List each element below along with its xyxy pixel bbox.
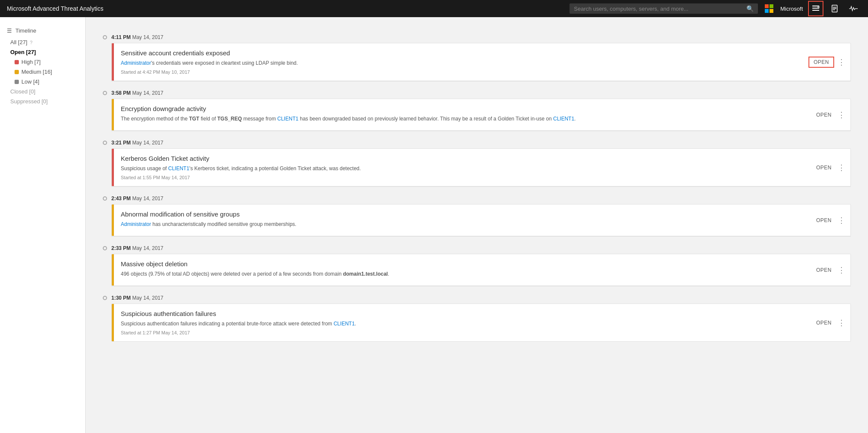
card-actions-5: OPEN ⋮ bbox=[808, 304, 850, 341]
card-actions-1: OPEN ⋮ bbox=[808, 99, 850, 130]
list-icon-button[interactable] bbox=[808, 1, 823, 16]
card-desc-4: 496 objects (9.75% of total AD objects) … bbox=[121, 270, 802, 278]
card-2: Kerberos Golden Ticket activity Suspicio… bbox=[111, 148, 851, 186]
svg-rect-6 bbox=[812, 10, 819, 11]
card-title-3: Abnormal modification of sensitive group… bbox=[121, 210, 802, 218]
card-link-client1-1b[interactable]: CLIENT1 bbox=[553, 116, 574, 122]
more-btn-1[interactable]: ⋮ bbox=[838, 111, 845, 119]
more-btn-5[interactable]: ⋮ bbox=[838, 319, 845, 327]
divider-3 bbox=[111, 236, 851, 237]
card-actions-2: OPEN ⋮ bbox=[808, 149, 850, 186]
sidebar-open-label: Open [27] bbox=[10, 49, 36, 55]
card-desc-0: Administrator's credentials were exposed… bbox=[121, 59, 796, 67]
search-icon: 🔍 bbox=[746, 5, 754, 12]
card-desc-3: Administrator has uncharacteristically m… bbox=[121, 220, 802, 228]
timeline: 4:11 PM May 14, 2017 Sensitive account c… bbox=[103, 17, 851, 350]
more-btn-0[interactable]: ⋮ bbox=[838, 58, 845, 66]
card-1: Encryption downgrade activity The encryp… bbox=[111, 99, 851, 131]
divider-0 bbox=[111, 81, 851, 81]
card-desc-5: Suspicious authentication failures indic… bbox=[121, 320, 802, 328]
more-btn-4[interactable]: ⋮ bbox=[838, 266, 845, 274]
sidebar-item-high[interactable]: High [7] bbox=[0, 57, 85, 67]
time-text-5: 1:30 PM May 14, 2017 bbox=[111, 295, 163, 301]
card-desc-2: Suspicious usage of CLIENT1's Kerberos t… bbox=[121, 165, 802, 172]
time-label-2: 3:21 PM May 14, 2017 bbox=[103, 140, 851, 146]
timeline-icon: ☰ bbox=[7, 27, 12, 34]
card-title-4: Massive object deletion bbox=[121, 260, 802, 268]
card-4: Massive object deletion 496 objects (9.7… bbox=[111, 254, 851, 286]
topnav-actions: Microsoft bbox=[765, 1, 861, 16]
open-btn-1[interactable]: OPEN bbox=[814, 111, 834, 119]
time-label-3: 2:43 PM May 14, 2017 bbox=[103, 195, 851, 201]
timeline-dot-5 bbox=[103, 296, 107, 300]
more-btn-2[interactable]: ⋮ bbox=[838, 164, 845, 171]
medium-dot bbox=[15, 70, 19, 74]
search-input[interactable] bbox=[574, 6, 743, 12]
divider-4 bbox=[111, 286, 851, 286]
card-desc-1: The encryption method of the TGT field o… bbox=[121, 115, 802, 123]
sidebar-item-suppressed[interactable]: Suppressed [0] bbox=[0, 96, 85, 106]
timeline-dot-4 bbox=[103, 246, 107, 250]
card-actions-4: OPEN ⋮ bbox=[808, 254, 850, 286]
card-title-0: Sensitive account credentials exposed bbox=[121, 49, 796, 57]
card-link-client1-1a[interactable]: CLIENT1 bbox=[277, 116, 298, 122]
time-label-0: 4:11 PM May 14, 2017 bbox=[103, 34, 851, 40]
card-actions-0: OPEN ⋮ bbox=[803, 43, 850, 81]
time-text-1: 3:58 PM May 14, 2017 bbox=[111, 90, 163, 96]
top-nav: Microsoft Advanced Threat Analytics 🔍 Mi… bbox=[0, 0, 868, 17]
timeline-dot-2 bbox=[103, 141, 107, 145]
svg-rect-10 bbox=[833, 8, 836, 9]
open-btn-3[interactable]: OPEN bbox=[814, 216, 834, 224]
sidebar-high-label: High [7] bbox=[21, 59, 41, 65]
high-dot bbox=[15, 60, 19, 64]
card-title-2: Kerberos Golden Ticket activity bbox=[121, 155, 802, 162]
sidebar: ☰ Timeline All [27] ? Open [27] High [7]… bbox=[0, 17, 86, 433]
time-label-4: 2:33 PM May 14, 2017 bbox=[103, 245, 851, 251]
open-btn-4[interactable]: OPEN bbox=[814, 266, 834, 274]
sidebar-item-all[interactable]: All [27] ? bbox=[0, 37, 85, 47]
card-started-5: Started at 1:27 PM May 14, 2017 bbox=[121, 330, 802, 335]
doc-icon-button[interactable] bbox=[827, 1, 842, 16]
card-started-2: Started at 1:55 PM May 14, 2017 bbox=[121, 175, 802, 180]
card-link-admin-3[interactable]: Administrator bbox=[121, 221, 151, 227]
svg-rect-0 bbox=[765, 4, 769, 8]
sidebar-closed-label: Closed [0] bbox=[10, 88, 36, 95]
card-5: Suspicious authentication failures Suspi… bbox=[111, 304, 851, 342]
time-text-2: 3:21 PM May 14, 2017 bbox=[111, 140, 163, 146]
sidebar-item-closed[interactable]: Closed [0] bbox=[0, 87, 85, 96]
sidebar-low-label: Low [4] bbox=[21, 78, 39, 85]
more-btn-3[interactable]: ⋮ bbox=[838, 216, 845, 224]
card-link-client1-2[interactable]: CLIENT1 bbox=[168, 165, 189, 171]
health-icon-button[interactable] bbox=[846, 1, 861, 16]
sidebar-title: Timeline bbox=[15, 27, 36, 34]
card-link-client1-5[interactable]: CLIENT1 bbox=[334, 321, 355, 327]
svg-rect-11 bbox=[833, 9, 835, 10]
open-btn-0[interactable]: OPEN bbox=[808, 57, 834, 68]
app-title: Microsoft Advanced Threat Analytics bbox=[7, 5, 570, 12]
time-label-1: 3:58 PM May 14, 2017 bbox=[103, 90, 851, 96]
svg-rect-9 bbox=[833, 7, 836, 8]
card-0: Sensitive account credentials exposed Ad… bbox=[111, 43, 851, 81]
card-link-admin-0[interactable]: Administrator bbox=[121, 60, 151, 66]
open-btn-2[interactable]: OPEN bbox=[814, 164, 834, 171]
sidebar-item-medium[interactable]: Medium [16] bbox=[0, 67, 85, 77]
microsoft-logo bbox=[765, 4, 773, 13]
help-icon: ? bbox=[30, 40, 33, 45]
sidebar-item-low[interactable]: Low [4] bbox=[0, 77, 85, 87]
card-body-3: Abnormal modification of sensitive group… bbox=[114, 204, 808, 236]
svg-rect-1 bbox=[770, 4, 773, 8]
sidebar-suppressed-label: Suppressed [0] bbox=[10, 98, 48, 105]
open-btn-5[interactable]: OPEN bbox=[814, 319, 834, 327]
divider-2 bbox=[111, 186, 851, 187]
time-label-5: 1:30 PM May 14, 2017 bbox=[103, 295, 851, 301]
card-body-1: Encryption downgrade activity The encryp… bbox=[114, 99, 808, 130]
search-bar[interactable]: 🔍 bbox=[570, 3, 758, 14]
timeline-dot-3 bbox=[103, 196, 107, 201]
sidebar-item-open[interactable]: Open [27] bbox=[0, 47, 85, 57]
card-actions-3: OPEN ⋮ bbox=[808, 204, 850, 236]
sidebar-all-label: All [27] bbox=[10, 39, 27, 45]
svg-rect-7 bbox=[818, 6, 819, 8]
card-body-4: Massive object deletion 496 objects (9.7… bbox=[114, 254, 808, 286]
time-text-4: 2:33 PM May 14, 2017 bbox=[111, 245, 163, 251]
timeline-dot-0 bbox=[103, 35, 107, 39]
